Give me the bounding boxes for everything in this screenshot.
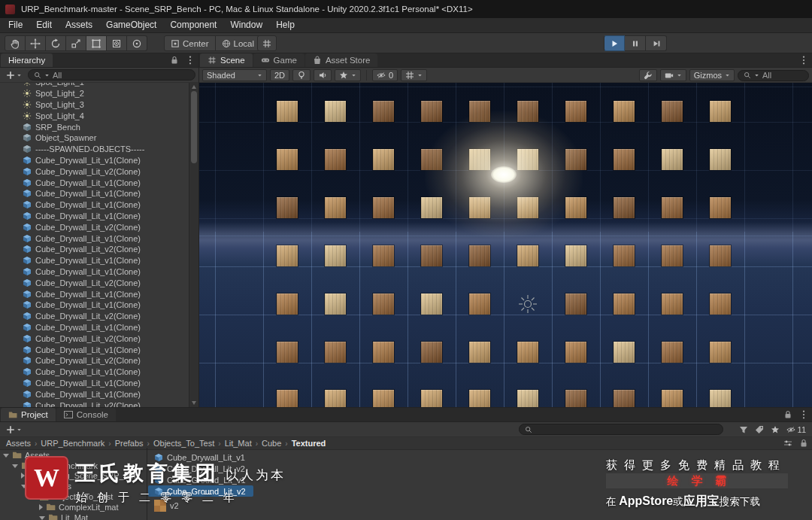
component-tools-button[interactable] <box>639 69 657 81</box>
scene-lighting-toggle[interactable] <box>292 69 311 81</box>
scene-cube[interactable] <box>421 293 442 315</box>
scene-cube[interactable] <box>614 245 635 266</box>
folder-tree-item[interactable]: Prefabs <box>0 481 147 491</box>
save-search-icon[interactable] <box>771 425 780 434</box>
scene-cube[interactable] <box>277 390 298 407</box>
breadcrumb-item[interactable]: URP_Benchmark <box>39 439 106 448</box>
hierarchy-item[interactable]: Cube_Drywall_Lit_v1(Clone) <box>0 255 189 266</box>
hierarchy-item[interactable]: Cube_Drywall_Lit_v1(Clone) <box>0 233 189 244</box>
hierarchy-item[interactable]: Cube_Drywall_Lit_v2(Clone) <box>0 400 189 407</box>
scene-cube[interactable] <box>614 197 635 218</box>
transform-tool-button[interactable] <box>107 35 127 51</box>
scroll-down-icon[interactable] <box>192 401 196 405</box>
hierarchy-item[interactable]: Cube_Drywall_Lit_v1(Clone) <box>0 378 189 389</box>
project-search-input[interactable] <box>519 424 723 435</box>
lock-icon[interactable] <box>799 439 808 448</box>
scene-cube[interactable] <box>662 293 683 315</box>
scene-cube[interactable] <box>373 342 394 363</box>
scene-cube[interactable] <box>469 245 490 266</box>
scene-cube[interactable] <box>325 245 346 266</box>
expand-arrow-icon[interactable] <box>39 504 43 510</box>
scene-cube[interactable] <box>662 342 683 363</box>
hierarchy-item[interactable]: Cube_Drywall_Lit_v1(Clone) <box>0 188 189 199</box>
breadcrumb-item[interactable]: Objects_To_Test <box>152 439 216 448</box>
hierarchy-search-input[interactable]: All <box>28 69 195 81</box>
pause-button[interactable] <box>625 35 646 51</box>
expand-arrow-icon[interactable] <box>12 464 18 468</box>
hierarchy-item[interactable]: Spot_Light_4 <box>0 110 189 121</box>
scene-cube[interactable] <box>662 101 683 122</box>
hierarchy-item[interactable]: Cube_Drywall_Lit_v2(Clone) <box>0 333 189 344</box>
project-file-item[interactable]: Cube_Drywall_Lit_v2 <box>148 464 253 475</box>
hierarchy-item[interactable]: Cube_Drywall_Lit_v2(Clone) <box>0 277 189 288</box>
scene-cube[interactable] <box>469 390 490 407</box>
scene-cube[interactable] <box>614 149 635 170</box>
menu-item-component[interactable]: Component <box>163 18 223 32</box>
scene-cube[interactable] <box>277 342 298 363</box>
scene-cube[interactable] <box>277 101 298 122</box>
hidden-packages-toggle[interactable]: 11 <box>786 425 806 434</box>
menu-item-assets[interactable]: Assets <box>59 18 99 32</box>
breadcrumb-item[interactable]: Lit_Mat <box>223 439 253 448</box>
play-button[interactable] <box>604 35 625 51</box>
project-file-item[interactable]: Cube_Ground_Lit_v1 <box>148 475 253 486</box>
hierarchy-item[interactable]: Cube_Drywall_Lit_v1(Clone) <box>0 322 189 333</box>
hierarchy-item[interactable]: Spot_Light_2 <box>0 88 189 99</box>
gizmos-dropdown[interactable]: Gizmos <box>689 69 735 81</box>
hierarchy-item[interactable]: Spot_Light_3 <box>0 99 189 111</box>
step-button[interactable] <box>646 35 667 51</box>
scene-effects-dropdown[interactable] <box>335 69 361 81</box>
tab-console[interactable]: Console <box>56 408 116 421</box>
breadcrumb-item[interactable]: Cube <box>260 439 283 448</box>
custom-tool-button[interactable] <box>127 35 147 51</box>
menu-item-help[interactable]: Help <box>269 18 301 32</box>
directional-light-gizmo[interactable] <box>518 294 538 314</box>
scene-cube[interactable] <box>469 293 490 315</box>
expand-arrow-icon[interactable] <box>39 516 45 520</box>
hierarchy-item[interactable]: Cube_Drywall_Lit_v2(Clone) <box>0 221 189 233</box>
breadcrumb-item[interactable]: Assets <box>5 439 32 448</box>
folder-tree-item[interactable]: Lighting_Scene_SRP_Ben <box>0 471 147 482</box>
hierarchy-item[interactable]: Cube_Drywall_Lit_v1(Clone) <box>0 199 189 211</box>
scene-cube[interactable] <box>710 197 731 218</box>
scene-cube[interactable] <box>710 390 731 407</box>
hierarchy-item[interactable]: Cube_Drywall_Lit_v2(Clone) <box>0 355 189 366</box>
scene-cube[interactable] <box>710 342 731 363</box>
hierarchy-item[interactable]: Spot_Light_1 <box>0 83 189 88</box>
scene-camera-dropdown[interactable] <box>660 69 686 81</box>
hierarchy-item[interactable]: Cube_Drywall_Lit_v1(Clone) <box>0 155 189 166</box>
toggle-2d-button[interactable]: 2D <box>270 69 289 81</box>
tab-asset-store[interactable]: Asset Store <box>305 53 377 67</box>
scene-cube[interactable] <box>325 342 346 363</box>
scene-audio-toggle[interactable] <box>314 69 332 81</box>
scene-cube[interactable] <box>277 149 298 170</box>
scene-cube[interactable] <box>565 390 586 407</box>
panel-menu-icon[interactable] <box>186 56 195 65</box>
hierarchy-item[interactable]: Cube_Drywall_Lit_v1(Clone) <box>0 344 189 355</box>
scene-cube[interactable] <box>662 149 683 170</box>
scene-cube[interactable] <box>421 390 442 407</box>
menu-item-edit[interactable]: Edit <box>29 18 59 32</box>
scene-cube[interactable] <box>421 245 442 266</box>
hierarchy-item[interactable]: Cube_Drywall_Lit_v1(Clone) <box>0 300 189 311</box>
scene-cube[interactable] <box>614 342 635 363</box>
scene-cube[interactable] <box>325 293 346 315</box>
scene-cube[interactable] <box>325 390 346 407</box>
hierarchy-scrollbar[interactable] <box>189 83 198 407</box>
scene-cube[interactable] <box>277 293 298 315</box>
scene-viewport[interactable] <box>199 83 812 407</box>
scene-cube[interactable] <box>373 101 394 122</box>
expand-arrow-icon[interactable] <box>30 495 36 499</box>
scene-cube[interactable] <box>662 245 683 266</box>
scene-cube[interactable] <box>373 390 394 407</box>
scene-cube[interactable] <box>517 342 538 363</box>
grid-visibility-dropdown[interactable] <box>401 69 427 81</box>
hierarchy-item[interactable]: Cube_Drywall_Lit_v1(Clone) <box>0 366 189 378</box>
project-file-item[interactable]: Cube_Drywall_Lit_v1 <box>148 452 253 464</box>
scene-cube[interactable] <box>710 293 731 315</box>
thumbnail-size-slider-icon[interactable] <box>783 439 792 448</box>
folder-tree-item[interactable]: Lit_Mat <box>0 512 147 520</box>
search-by-type-icon[interactable] <box>739 425 748 434</box>
scene-cube[interactable] <box>565 293 586 315</box>
tab-scene[interactable]: Scene <box>200 53 253 67</box>
